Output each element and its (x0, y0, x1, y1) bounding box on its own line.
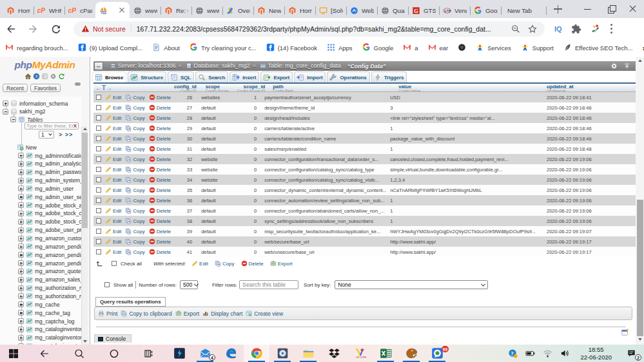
tree-item-label[interactable]: mg_cache (35, 301, 60, 308)
delete-link[interactable]: Delete (149, 94, 171, 100)
tree-item[interactable]: mg_amazon_custome (18, 234, 82, 243)
row-checkbox[interactable] (96, 105, 101, 110)
back-button[interactable] (3, 21, 19, 37)
browser-tab[interactable]: New (253, 3, 284, 18)
pma-tab-sql[interactable]: SQL (168, 71, 194, 82)
tree-item[interactable]: mg_admin_user (18, 184, 73, 193)
zoom-icon[interactable] (511, 24, 520, 33)
tree-expander-icon[interactable] (18, 211, 24, 216)
open-new-window-icon[interactable] (621, 328, 629, 336)
tree-item-label[interactable]: mg_authorization_rule (35, 293, 82, 300)
chat99-taskbar-icon[interactable]: 99 (424, 345, 450, 362)
delete-link[interactable]: Delete (149, 146, 171, 152)
row-checkbox[interactable] (96, 249, 101, 254)
address-bar[interactable]: Not secure 167.71.232.224:2083/cpsess568… (73, 21, 545, 37)
tree-item-label[interactable]: mg_adobe_user_profil (35, 227, 82, 233)
query-op-export-link[interactable]: Export (175, 310, 200, 317)
tree-expander-icon[interactable] (18, 161, 24, 167)
tree-item[interactable]: mg_adobe_user_profil (18, 226, 82, 234)
pma-tab-insert[interactable]: Insert (229, 71, 259, 82)
tree-expander-icon[interactable] (3, 100, 8, 106)
expand-top-icon[interactable] (623, 62, 630, 70)
media-taskbar-icon[interactable] (269, 345, 295, 362)
tree-item[interactable]: mg_cataloginventory_ (18, 325, 82, 334)
copy-link[interactable]: Copy (125, 218, 144, 224)
tree-expander-icon[interactable] (18, 186, 24, 191)
row-checkbox[interactable] (96, 146, 101, 151)
delete-link[interactable]: Delete (149, 187, 171, 193)
start-button[interactable] (0, 345, 27, 362)
copy-link[interactable]: Copy (125, 146, 144, 152)
sort-by-key-select[interactable]: None (335, 280, 488, 289)
main-scroll-thumb[interactable] (637, 200, 643, 336)
extensions-puzzle-icon[interactable] (571, 24, 581, 34)
scroll-down-icon[interactable] (82, 339, 88, 345)
browser-tab[interactable]: Goog (470, 3, 501, 18)
tree-item[interactable]: mg_admin_system_m (18, 176, 82, 185)
bookmark-item[interactable]: Apps (327, 43, 353, 54)
tree-expander-icon[interactable] (18, 252, 24, 258)
forward-button[interactable] (24, 21, 41, 37)
edit-link[interactable]: Edit (105, 125, 121, 131)
tree-item-label[interactable]: mg_cache_tag (35, 310, 70, 316)
edit-link[interactable]: Edit (105, 187, 121, 193)
bookmark-item[interactable]: (9) Upload Compl... (78, 43, 142, 54)
copy-link[interactable]: Copy (125, 94, 144, 100)
tab-close-icon[interactable] (117, 6, 126, 15)
favorites-button[interactable]: Favorites (30, 84, 61, 92)
row-checkbox[interactable] (96, 239, 101, 244)
tree-item-label[interactable]: mg_cataloginventory_ (35, 326, 82, 332)
delete-link[interactable]: Delete (149, 207, 171, 214)
copy-link[interactable]: Copy (125, 197, 144, 204)
number-of-rows-select[interactable]: 500 (180, 280, 198, 289)
row-checkbox[interactable] (96, 198, 101, 203)
tree-item[interactable]: Tables (10, 115, 43, 124)
pma-tab-search[interactable]: Search (195, 71, 228, 82)
tree-item-label[interactable]: mg_adobe_stock_asse (35, 202, 82, 209)
tree-expander-icon[interactable] (18, 219, 24, 225)
edit-link[interactable]: Edit (105, 156, 121, 162)
copy-link[interactable]: Copy (125, 238, 144, 245)
column-header-scope[interactable]: scopeConfig Scope (200, 84, 237, 91)
browser-tab[interactable]: cPan (64, 3, 95, 18)
copy-link[interactable]: Copy (125, 249, 144, 255)
tree-item-label[interactable]: mg_captcha_log (35, 318, 74, 325)
tree-item-label[interactable]: mg_amazon_sales_or (35, 276, 82, 283)
row-checkbox[interactable] (96, 167, 101, 172)
browser-tab[interactable]: WHM (34, 3, 64, 18)
tree-item[interactable]: mg_adobe_stock_cate (18, 209, 82, 218)
tree-item-label[interactable]: mg_adminnotification_ (35, 153, 82, 159)
row-checkbox[interactable] (96, 136, 101, 141)
explorer-taskbar-icon[interactable] (295, 345, 321, 362)
browser-tab[interactable]: Over (222, 3, 253, 18)
edit-link[interactable]: Edit (105, 135, 121, 142)
check-all-label[interactable]: Check all (121, 261, 142, 267)
browser-tab[interactable]: GTS (408, 3, 439, 18)
tree-item-label[interactable]: New (26, 144, 37, 151)
query-op-copy-to-clipboard-link[interactable]: Copy to clipboard (121, 310, 171, 317)
delete-link[interactable]: Delete (149, 218, 171, 224)
copy-link[interactable]: Copy (125, 104, 144, 111)
bookmark-item[interactable]: regarding brouch... (5, 43, 68, 54)
browser-tab[interactable] (95, 2, 130, 18)
console-tab[interactable]: Console (94, 334, 132, 343)
main-scroll-up-icon[interactable] (637, 58, 643, 64)
chrome-menu-icon[interactable] (610, 24, 613, 34)
bookmark-item[interactable]: Services (476, 43, 511, 54)
edit-link[interactable]: Edit (105, 197, 121, 204)
tree-item-label[interactable]: mg_admin_user (35, 186, 73, 192)
tree-item[interactable]: mg_amazon_quote (18, 267, 81, 276)
copy-link[interactable]: Copy (125, 156, 144, 162)
column-header-value[interactable]: valueConfig Value (396, 84, 545, 91)
bookmark-star-icon[interactable] (528, 24, 537, 33)
tree-item[interactable]: mg_admin_analytics_u (18, 160, 82, 168)
tree-item-label[interactable]: mg_adobe_stock_crea (35, 218, 82, 225)
tree-expander-icon[interactable] (18, 202, 24, 208)
query-op-print-link[interactable]: Print (98, 310, 117, 317)
filter-rows-input[interactable]: Search this table (239, 280, 298, 289)
tree-item[interactable]: mg_authorization_rule (18, 292, 82, 300)
browser-tab[interactable]: [Solv (315, 3, 346, 18)
bookmark-item[interactable]: Support (521, 43, 554, 54)
refresh-icon[interactable] (58, 73, 65, 80)
delete-link[interactable]: Delete (149, 197, 171, 204)
